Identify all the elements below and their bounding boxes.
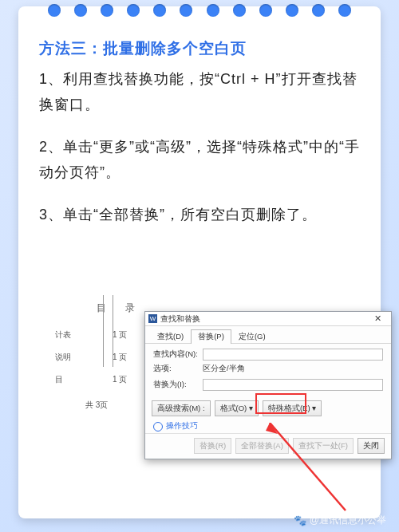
replace-with-input[interactable] <box>203 379 383 391</box>
action-button-row: 替换(R) 全部替换(A) 查找下一处(F) 关闭 <box>145 433 391 458</box>
dialog-form: 查找内容(N): 选项: 区分全/半角 替换为(I): <box>145 344 391 397</box>
replace-button[interactable]: 替换(R) <box>194 438 231 454</box>
find-next-button[interactable]: 查找下一处(F) <box>293 438 354 454</box>
dialog-title: 查找和替换 <box>160 313 200 325</box>
find-what-input[interactable] <box>203 349 383 361</box>
more-button[interactable]: 高级搜索(M) : <box>152 400 211 416</box>
tab-replace[interactable]: 替换(P) <box>191 329 231 344</box>
replace-all-button[interactable]: 全部替换(A) <box>235 438 289 454</box>
tab-find[interactable]: 查找(D) <box>150 329 191 344</box>
tab-goto[interactable]: 定位(G) <box>231 329 273 344</box>
help-link[interactable]: 操作技巧 <box>145 420 391 433</box>
notepad-card: 方法三：批量删除多个空白页 1、利用查找替换功能，按“Ctrl + H”打开查找… <box>18 6 381 518</box>
format-button[interactable]: 格式(O) ▾ <box>215 400 259 416</box>
app-icon: W <box>148 314 157 323</box>
dialog-titlebar[interactable]: W 查找和替换 ✕ <box>145 312 391 326</box>
options-value: 区分全/半角 <box>203 364 245 374</box>
watermark: 🐾 @通讯信息小公举 <box>294 514 386 527</box>
dialog-tabs: 查找(D) 替换(P) 定位(G) <box>145 326 391 344</box>
step-3: 3、单击“全部替换”，所有空白页删除了。 <box>39 203 360 228</box>
close-button[interactable]: 关闭 <box>358 438 385 454</box>
highlight-box <box>255 393 306 414</box>
watermark-text: @通讯信息小公举 <box>310 514 386 527</box>
step-1: 1、利用查找替换功能，按“Ctrl + H”打开查找替换窗口。 <box>39 67 360 117</box>
replace-with-label: 替换为(I): <box>153 380 198 390</box>
step-2: 2、单击“更多”或“高级”，选择“特殊格式”中的“手动分页符”。 <box>39 135 360 185</box>
paw-icon: 🐾 <box>294 514 306 526</box>
section-title: 方法三：批量删除多个空白页 <box>39 38 360 59</box>
find-replace-dialog: W 查找和替换 ✕ 查找(D) 替换(P) 定位(G) 查找内容(N): 选项:… <box>144 311 392 459</box>
screenshot-area: 目 录 计表1 页 说明1 页 目1 页 共 3页 W 查找和替换 ✕ 查找(D… <box>50 295 385 487</box>
find-what-label: 查找内容(N): <box>153 349 198 360</box>
binding-holes <box>18 4 381 17</box>
options-label: 选项: <box>153 364 198 374</box>
close-icon[interactable]: ✕ <box>367 313 388 324</box>
